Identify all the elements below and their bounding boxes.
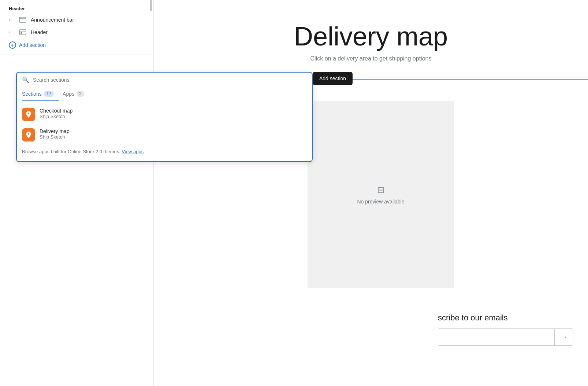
sidebar: Header › Announcement bar › Header [0,0,154,386]
subscribe-input-row: → [438,328,573,346]
checkout-map-title: Checkout map [40,108,72,114]
tab-sections-count: 17 [44,91,54,97]
add-section-indicator-line [313,79,588,80]
chevron-right-icon: › [9,17,15,22]
main-content: Delivery map Click on a delivery area to… [154,0,588,386]
add-section-label: Add section [19,42,46,48]
view-apps-link[interactable]: View apps [122,149,144,154]
tab-sections[interactable]: Sections 17 [22,87,59,101]
tabs-row: Sections 17 Apps 2 [17,87,312,101]
subscribe-submit-button[interactable]: → [554,329,573,345]
tab-sections-label: Sections [22,91,42,97]
checkout-map-text: Checkout map Ship Sketch [40,108,72,119]
tab-apps-count: 2 [77,91,84,97]
sidebar-item-header[interactable]: › Header [7,26,146,38]
subscribe-area: scribe to our emails → [423,302,588,357]
subscribe-email-input[interactable] [438,330,554,345]
chevron-right-icon-2: › [9,30,15,35]
search-panel: 🔍 Sections 17 Apps 2 Checkout map Ship S… [16,72,313,162]
header-label: Header [31,29,48,35]
scrollbar[interactable] [150,0,152,11]
search-icon: 🔍 [22,76,29,83]
search-input-row: 🔍 [17,73,312,87]
app-item-checkout-map[interactable]: Checkout map Ship Sketch [17,104,312,125]
delivery-map-subtitle: Ship Sketch [40,134,70,140]
add-section-tooltip: Add section [313,72,353,85]
page-subtitle: Click on a delivery area to get shipping… [154,55,588,62]
browse-apps-text: Browse apps built for Online Store 2.0 t… [17,145,312,155]
sidebar-group-label: Header [7,6,146,11]
page-title: Delivery map [154,22,588,51]
subscribe-title: scribe to our emails [438,313,573,323]
no-preview-text: No preview available [357,199,404,205]
checkout-map-subtitle: Ship Sketch [40,114,72,119]
tab-apps[interactable]: Apps 2 [63,87,89,101]
announcement-bar-icon [18,16,27,23]
page-title-area: Delivery map Click on a delivery area to… [154,0,588,69]
header-icon [18,29,27,36]
sidebar-item-announcement-bar[interactable]: › Announcement bar [7,14,146,26]
svg-rect-2 [19,30,26,35]
announcement-bar-label: Announcement bar [31,17,74,23]
delivery-map-title: Delivery map [40,128,70,134]
svg-rect-0 [19,17,26,22]
add-section-plus-icon: + [9,41,16,49]
delivery-map-icon [22,128,35,141]
svg-rect-4 [21,32,22,34]
search-input[interactable] [33,77,307,83]
sidebar-header-section: Header › Announcement bar › Header [0,0,153,55]
app-item-delivery-map[interactable]: Delivery map Ship Sketch [17,125,312,145]
add-section-button[interactable]: + Add section [7,38,146,52]
preview-area: ⊟ No preview available [308,101,454,288]
tab-apps-label: Apps [63,91,74,97]
search-panel-content: Checkout map Ship Sketch Delivery map Sh… [17,101,312,161]
checkout-map-icon [22,108,35,121]
no-preview-icon: ⊟ [377,185,384,195]
delivery-map-text: Delivery map Ship Sketch [40,128,70,140]
